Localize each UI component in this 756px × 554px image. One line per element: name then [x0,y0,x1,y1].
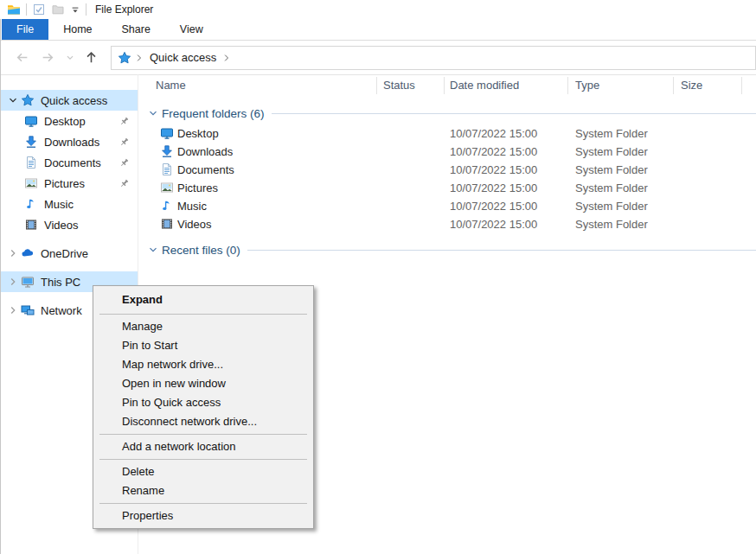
file-type: System Folder [575,218,648,231]
menu-separator [99,459,307,460]
properties-icon[interactable] [32,3,46,16]
downloads-icon [160,144,174,158]
file-row-music[interactable]: Music10/07/2022 15:00System Folder [138,197,756,215]
menu-item-pin-to-quick-access[interactable]: Pin to Quick access [93,393,313,412]
file-date-modified: 10/07/2022 15:00 [450,218,537,231]
column-header-size[interactable]: Size [681,79,702,92]
forward-button-icon[interactable] [38,48,57,67]
column-separator[interactable] [376,77,377,94]
sidebar-item-desktop[interactable]: Desktop [0,111,138,131]
file-row-pictures[interactable]: Pictures10/07/2022 15:00System Folder [138,179,756,197]
chevron-right-icon[interactable] [5,304,21,316]
sidebar-item-label: Music [44,198,74,211]
file-name: Downloads [177,145,233,158]
sidebar-item-label: Documents [44,156,101,169]
sidebar-item-label: Quick access [41,94,107,107]
column-separator[interactable] [444,77,445,94]
file-date-modified: 10/07/2022 15:00 [450,181,537,194]
file-name: Music [177,200,207,213]
chevron-right-icon[interactable] [5,247,21,259]
sidebar-item-label: Downloads [44,136,99,149]
file-type: System Folder [575,127,648,140]
file-date-modified: 10/07/2022 15:00 [450,163,537,176]
group-label[interactable]: Recent files (0) [162,244,240,257]
sidebar-item-onedrive[interactable]: OneDrive [0,243,138,264]
videos-icon [24,218,38,232]
file-row-desktop[interactable]: Desktop10/07/2022 15:00System Folder [138,124,756,143]
column-header-date-modified[interactable]: Date modified [450,79,519,92]
explorer-logo-icon [7,3,21,16]
documents-icon [160,162,174,176]
file-row-downloads[interactable]: Downloads10/07/2022 15:00System Folder [138,143,756,161]
pictures-icon [160,181,174,194]
file-date-modified: 10/07/2022 15:00 [450,127,537,140]
menu-item-properties[interactable]: Properties [93,506,313,525]
menu-item-open-in-new-window[interactable]: Open in new window [93,374,313,393]
menu-item-pin-to-start[interactable]: Pin to Start [93,336,313,355]
file-type: System Folder [575,200,648,213]
back-button-icon[interactable] [12,48,31,67]
group-chevron-icon[interactable] [147,107,159,119]
chevron-down-icon[interactable] [5,94,21,106]
file-type: System Folder [575,163,648,176]
tab-file[interactable]: File [2,19,48,40]
menu-item-manage[interactable]: Manage [93,317,313,336]
sidebar-item-videos[interactable]: Videos [0,214,138,235]
menu-separator [99,314,307,315]
column-headers: NameStatusDate modifiedTypeSize [138,74,756,97]
group-header-line [272,113,756,114]
sidebar-item-music[interactable]: Music [0,194,138,214]
titlebar-separator [86,3,86,16]
customize-quick-access-toolbar-icon[interactable] [70,4,80,15]
window-title: File Explorer [95,3,153,16]
breadcrumb-chevron-icon[interactable] [221,53,232,63]
chevron-right-icon[interactable] [5,276,21,288]
sidebar-item-downloads[interactable]: Downloads [0,131,138,152]
sidebar-item-pictures[interactable]: Pictures [0,173,138,194]
breadcrumb-chevron-icon[interactable] [134,53,144,63]
menu-item-expand[interactable]: Expand [93,289,313,311]
sidebar-item-label: Videos [44,219,79,232]
breadcrumb-item[interactable]: Quick access [147,51,219,64]
file-row-videos[interactable]: Videos10/07/2022 15:00System Folder [138,215,756,233]
menu-item-rename[interactable]: Rename [93,481,313,500]
videos-icon [160,217,174,231]
address-bar[interactable]: Quick access [111,46,756,70]
menu-item-map-network-drive[interactable]: Map network drive... [93,355,313,374]
group-label[interactable]: Frequent folders (6) [162,107,265,120]
file-row-documents[interactable]: Documents10/07/2022 15:00System Folder [138,161,756,179]
group-header-frequent-folders: Frequent folders (6) [147,104,756,123]
file-date-modified: 10/07/2022 15:00 [450,145,537,158]
column-header-status[interactable]: Status [383,79,415,92]
column-separator[interactable] [567,77,568,94]
column-separator[interactable] [741,77,742,94]
tab-view[interactable]: View [165,19,218,40]
recent-locations-dropdown-icon[interactable] [64,48,76,67]
titlebar: File Explorer [0,0,756,19]
menu-item-add-a-network-location[interactable]: Add a network location [93,437,313,456]
group-chevron-icon[interactable] [147,244,159,256]
documents-icon [24,156,38,169]
column-header-name[interactable]: Name [156,79,186,92]
column-header-type[interactable]: Type [575,79,599,92]
menu-separator [99,434,307,435]
this-pc-icon [21,275,35,289]
tab-home[interactable]: Home [48,19,106,40]
file-list: Frequent folders (6)Desktop10/07/2022 15… [138,104,756,259]
downloads-icon [24,135,38,149]
sidebar-item-label: Desktop [44,115,86,128]
up-button-icon[interactable] [81,48,100,67]
tab-share[interactable]: Share [107,19,165,40]
new-folder-icon[interactable] [51,3,65,16]
network-icon [21,303,35,317]
menu-item-disconnect-network-drive[interactable]: Disconnect network drive... [93,412,313,431]
sidebar-item-quick-access[interactable]: Quick access [0,90,138,111]
sidebar-item-documents[interactable]: Documents [0,152,138,173]
pin-icon [119,157,130,169]
column-separator[interactable] [673,77,674,94]
window-frame-edge [0,19,1,554]
menu-separator [99,503,307,504]
music-icon [160,199,174,213]
menu-item-delete[interactable]: Delete [93,462,313,481]
sidebar-item-label: OneDrive [41,247,88,260]
